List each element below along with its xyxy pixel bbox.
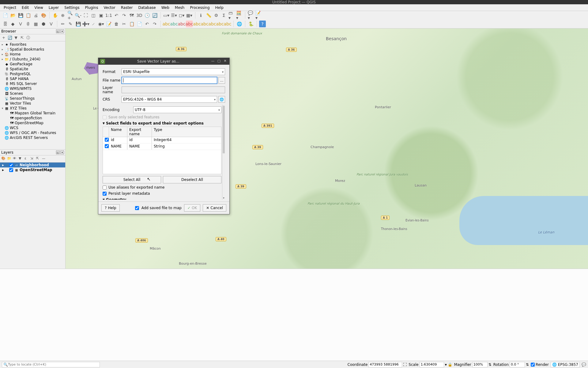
crs-select-button[interactable]: 🌐 [218,96,225,103]
browser-item[interactable]: 🗺opengeofiction [0,116,65,121]
metasearch-icon[interactable]: 🌐 [236,21,243,27]
layer-visibility-icon[interactable]: 👁 [13,156,18,161]
new-spatialite-icon[interactable]: 🛢 [25,21,32,27]
no-label-icon[interactable]: abc [186,21,193,27]
scale-value[interactable] [420,362,444,367]
label-change-icon[interactable]: abc [224,21,231,27]
rotation-value[interactable] [510,362,525,367]
browser-item[interactable]: ▸🏠Home [0,52,65,57]
new-geopackage-icon[interactable]: ◆ [9,21,16,27]
temporal-icon[interactable]: 🕓 [144,12,150,19]
save-as-icon[interactable]: 📋 [25,12,32,19]
select-all-icon[interactable]: ▦▾ [186,12,193,19]
layer-remove-icon[interactable]: — [42,156,47,161]
zoom-selection-icon[interactable]: ◫ [90,12,97,19]
modify-attrs-icon[interactable]: 📝 [105,21,112,27]
layer-expand-icon[interactable]: ⇲ [30,156,35,161]
vertex-tool-icon[interactable]: ◉▾ [98,21,104,27]
menu-edit[interactable]: Edit [19,5,31,10]
minimize-icon[interactable]: — [210,59,215,64]
browser-item[interactable]: 🌐WFS / OGC API - Features [0,130,65,135]
stats-icon[interactable]: Σ [221,12,227,19]
cut-features-icon[interactable]: ✂ [121,21,127,27]
encoding-combo[interactable]: UTF-8 [133,106,221,113]
menu-help[interactable]: Help [213,5,226,10]
browser-item[interactable]: 🌐WMS/WMTS [0,86,65,91]
zoom-full-icon[interactable]: ⛶ [82,12,89,19]
dropdown-icon[interactable]: ▾ [445,362,447,367]
layers-list[interactable]: ▸▱Neighborhood▸▦OpenStreetMap [0,163,65,172]
menu-raster[interactable]: Raster [119,5,135,10]
panel-detach-icon[interactable]: ◱ [56,29,60,33]
browser-item[interactable]: 📡SensorThings [0,96,65,101]
menu-view[interactable]: View [32,5,45,10]
zoom-out-icon[interactable]: 🔍- [75,12,81,19]
deselect-all-button[interactable]: Deselect All [163,176,221,183]
deselect-icon[interactable]: ◻▾ [178,12,185,19]
select-value-icon[interactable]: ☰▾ [171,12,177,19]
print-layout-icon[interactable]: 🖨 [32,12,39,19]
menu-vector[interactable]: Vector [101,5,118,10]
magnifier-value[interactable] [472,362,488,367]
menu-plugins[interactable]: Plugins [82,5,100,10]
layer-filter-icon[interactable]: ▼ [19,156,24,161]
crs-combo[interactable]: EPSG:4326 - WGS 84 [122,96,217,103]
use-aliases-checkbox[interactable] [103,186,107,190]
label-pin-icon[interactable]: abc [194,21,200,27]
redo-icon[interactable]: ↷ [151,21,158,27]
menu-web[interactable]: Web [159,5,172,10]
maximize-icon[interactable]: ▢ [217,59,221,64]
menu-processing[interactable]: Processing [187,5,212,10]
edit-multi-icon[interactable]: ✎ [67,21,74,27]
epsg-button[interactable]: 🌐 EPSG:3857 [551,362,580,367]
field-row[interactable]: ididInteger64 [103,137,221,144]
new-shapefile-icon[interactable]: V [17,21,24,27]
locator-input[interactable] [8,362,98,366]
measure-icon[interactable]: 📏 [205,12,212,19]
ok-button[interactable]: ✓OK [184,204,200,212]
zoom-last-icon[interactable]: ↶ [113,12,120,19]
browser-item[interactable]: ▸★Favorites [0,42,65,47]
new-virtual-icon[interactable]: V [48,21,55,27]
python-console-icon[interactable]: 🐍 [247,21,254,27]
field-row[interactable]: NAMENAMEString [103,144,221,150]
browser-item[interactable]: 🛢SpatiaLite [0,67,65,71]
dialog-titlebar[interactable]: Q Save Vector Layer as… — ▢ ✕ [98,58,229,65]
browser-item[interactable]: 🖼Scenes [0,91,65,96]
locator-bar[interactable]: 🔍 [2,362,100,367]
geometry-section-header[interactable]: ▼Geometry [103,197,221,200]
paste-features-icon[interactable]: 📄 [136,21,143,27]
browser-props-icon[interactable]: ⓘ [26,35,31,40]
fields-section-header[interactable]: ▼Select fields to export and their expor… [103,121,221,125]
label-rule-icon[interactable]: abc [171,21,177,27]
browser-item[interactable]: ▾▦XYZ Tiles [0,106,65,111]
browser-item[interactable]: ▦Vector Tiles [0,101,65,106]
browser-item[interactable]: ▸📑Spatial Bookmarks [0,47,65,52]
annotation-icon[interactable]: 📝▾ [255,12,262,19]
browser-item[interactable]: 🌐WCS [0,125,65,130]
layer-row[interactable]: ▸▦OpenStreetMap [0,167,65,172]
save-project-icon[interactable]: 💾 [17,12,24,19]
label-layer-icon[interactable]: abc [178,21,185,27]
select-all-button[interactable]: Select All [103,176,161,183]
browser-refresh-icon[interactable]: 🔄 [7,35,12,40]
map-tips-icon[interactable]: 💬▾ [247,12,254,19]
layer-style-icon[interactable]: 🎨 [1,156,6,161]
browser-item[interactable]: ◆GeoPackage [0,62,65,67]
layer-expr-icon[interactable]: ε [24,156,29,161]
menu-database[interactable]: Database [136,5,158,10]
render-checkbox[interactable] [531,362,535,367]
menu-project[interactable]: Project [1,5,19,10]
help-button[interactable]: ?Help [101,204,120,212]
spinner-icon[interactable]: ⇅ [488,362,492,367]
browser-item[interactable]: 🌐ArcGIS REST Servers [0,135,65,140]
style-manager-icon[interactable]: 🎨 [40,12,47,19]
browser-item[interactable]: 🛢SAP HANA [0,76,65,81]
browser-item[interactable]: 🛢MS SQL Server [0,81,65,86]
persist-metadata-checkbox[interactable] [103,192,107,196]
data-source-icon[interactable]: 🗄 [2,21,9,27]
browser-item[interactable]: 🗺Mapzen Global Terrain [0,111,65,116]
browser-item[interactable]: ▸📁/ (lubuntu_2404) [0,57,65,62]
browser-filter-icon[interactable]: ▼ [13,35,18,40]
help-icon[interactable]: ? [259,21,266,27]
